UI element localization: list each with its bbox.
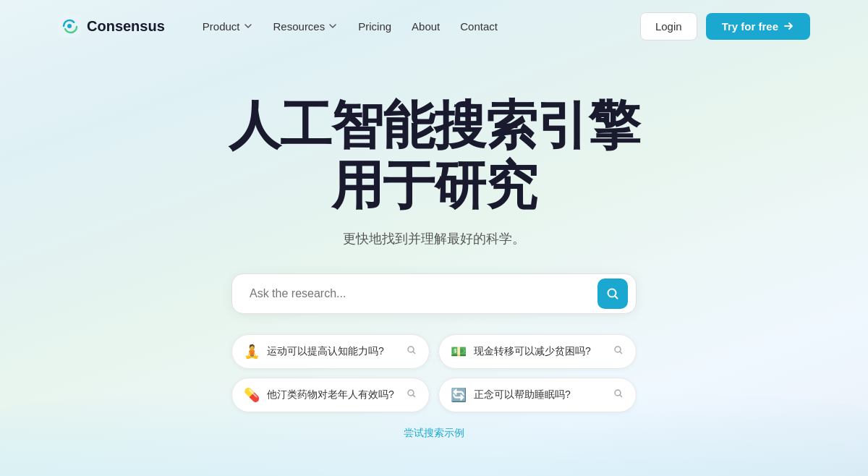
nav-pricing[interactable]: Pricing — [349, 14, 400, 38]
hero-section: 人工智能搜索引擎 用于研究 更快地找到并理解最好的科学。 🧘运动可以提高认知能力… — [0, 52, 868, 440]
pill-search-icon-3 — [613, 388, 624, 402]
search-input[interactable] — [231, 273, 637, 314]
navbar-right: Login Try for free — [640, 12, 810, 41]
hero-subtitle: 更快地找到并理解最好的科学。 — [343, 230, 525, 247]
try-for-free-button[interactable]: Try for free — [706, 13, 810, 40]
svg-point-1 — [67, 24, 72, 28]
suggestion-pill-3[interactable]: 🔄正念可以帮助睡眠吗? — [438, 378, 637, 412]
pill-text-1: 现金转移可以减少贫困吗? — [474, 345, 605, 358]
arrow-right-icon — [783, 20, 794, 32]
nav-product[interactable]: Product — [194, 14, 262, 38]
nav-contact[interactable]: Contact — [451, 14, 506, 38]
suggestion-pill-2[interactable]: 💊他汀类药物对老年人有效吗? — [231, 378, 430, 412]
search-container — [231, 273, 637, 314]
pill-text-2: 他汀类药物对老年人有效吗? — [267, 388, 399, 401]
try-examples-link[interactable]: 尝试搜索示例 — [404, 427, 464, 440]
logo-icon — [58, 14, 81, 38]
pill-search-icon-1 — [613, 344, 624, 359]
navbar-left: Consensus Product Resources Pricing Abou… — [58, 14, 506, 38]
pill-emoji-2: 💊 — [244, 387, 260, 403]
suggestion-pill-0[interactable]: 🧘运动可以提高认知能力吗? — [231, 334, 430, 369]
hero-title: 人工智能搜索引擎 用于研究 — [229, 95, 639, 216]
search-button[interactable] — [597, 279, 628, 309]
nav-resources[interactable]: Resources — [265, 14, 347, 38]
nav-links: Product Resources Pricing About Contact — [194, 14, 506, 38]
product-chevron-icon — [243, 21, 253, 31]
logo[interactable]: Consensus — [58, 14, 165, 38]
login-button[interactable]: Login — [640, 12, 697, 41]
resources-chevron-icon — [328, 21, 338, 31]
pill-emoji-1: 💵 — [451, 344, 467, 360]
brand-name: Consensus — [87, 18, 165, 35]
pill-search-icon-2 — [406, 388, 417, 402]
pill-text-0: 运动可以提高认知能力吗? — [267, 345, 399, 358]
suggestion-pill-1[interactable]: 💵现金转移可以减少贫困吗? — [438, 334, 637, 369]
pill-emoji-0: 🧘 — [244, 344, 260, 360]
search-icon — [605, 286, 620, 301]
pill-emoji-3: 🔄 — [451, 387, 467, 403]
nav-about[interactable]: About — [403, 14, 448, 38]
pill-text-3: 正念可以帮助睡眠吗? — [474, 388, 605, 401]
suggestions-grid: 🧘运动可以提高认知能力吗?💵现金转移可以减少贫困吗?💊他汀类药物对老年人有效吗?… — [231, 334, 637, 412]
pill-search-icon-0 — [406, 344, 417, 359]
navbar: Consensus Product Resources Pricing Abou… — [0, 0, 868, 52]
